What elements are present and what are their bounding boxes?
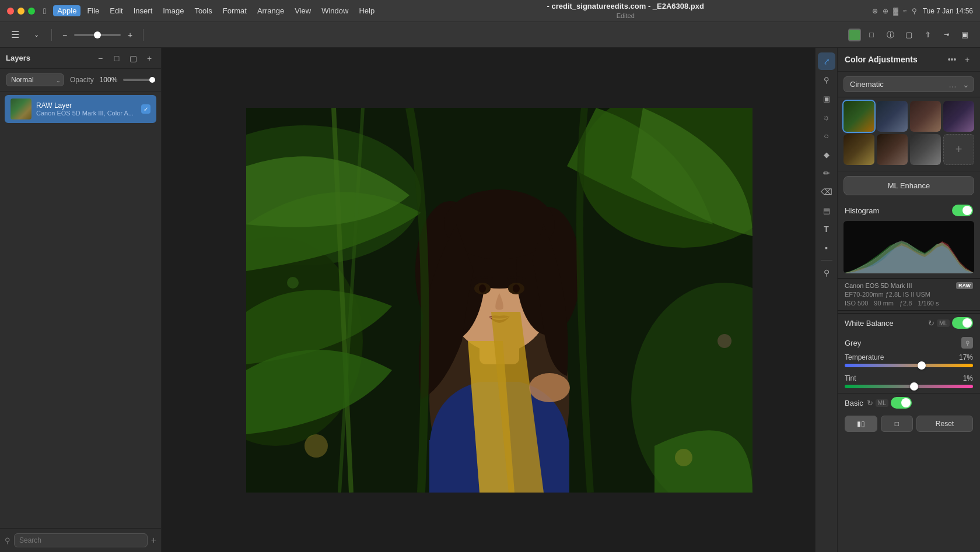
minimize-button[interactable] xyxy=(18,8,24,15)
close-button[interactable] xyxy=(7,8,14,15)
menu-help[interactable]: Help xyxy=(355,5,379,16)
toolbar: ☰ ⌄ − + □ ⓘ ▢ ⇧ ⇥ ▣ xyxy=(0,22,980,48)
tint-thumb xyxy=(910,382,918,391)
preset-thumb-1[interactable] xyxy=(844,101,874,132)
tool-text[interactable]: T xyxy=(818,220,835,238)
search-menu-icon[interactable]: ⚲ xyxy=(912,7,917,15)
export-button[interactable]: ⇥ xyxy=(938,27,954,43)
svg-point-17 xyxy=(529,373,570,402)
menu-window[interactable]: Window xyxy=(317,5,352,16)
grey-label: Grey xyxy=(845,339,861,347)
preset-5-img xyxy=(844,134,874,165)
preset-thumb-6[interactable] xyxy=(877,134,908,165)
menu-view[interactable]: View xyxy=(290,5,315,16)
preset-thumb-2[interactable] xyxy=(877,101,908,132)
tool-paint[interactable]: ✏ xyxy=(818,164,835,182)
color-adjustments-panel: Color Adjustments ••• + Cinematic … xyxy=(837,48,980,552)
svg-point-21 xyxy=(287,277,299,289)
blend-mode-select[interactable]: Normal xyxy=(6,73,64,86)
basic-toggle[interactable] xyxy=(891,397,912,409)
sidebar-toggle-button[interactable]: ☰ xyxy=(7,27,23,43)
layers-add-layer-icon[interactable]: □ xyxy=(111,52,123,64)
tool-zoom[interactable]: ⚲ xyxy=(818,71,835,89)
zoom-in-button[interactable]: + xyxy=(124,27,136,43)
menu-file[interactable]: File xyxy=(83,5,103,16)
histogram-area xyxy=(844,221,974,273)
layer-visibility-check[interactable]: ✓ xyxy=(141,104,150,114)
basic-reset-icon[interactable]: ↻ xyxy=(867,399,873,407)
preset-select[interactable]: Cinematic xyxy=(844,76,974,92)
canvas-area xyxy=(162,48,837,552)
maximize-button[interactable] xyxy=(28,8,35,15)
tint-slider[interactable] xyxy=(845,385,973,388)
zoom-slider[interactable] xyxy=(74,34,121,36)
camera-lens: EF70-200mm ƒ2.8L IS II USM xyxy=(845,291,973,298)
basic-single-view-button[interactable]: □ xyxy=(881,416,914,432)
share-button[interactable]: ⇧ xyxy=(919,27,936,43)
ca-ellipsis-icon[interactable]: ••• xyxy=(946,54,958,65)
layer-subtitle: Canon EOS 5D Mark III, Color A... xyxy=(36,110,136,117)
tool-adjust[interactable]: ☼ xyxy=(818,108,835,126)
zoom-out-button[interactable]: − xyxy=(59,27,71,43)
temperature-slider[interactable] xyxy=(845,364,973,367)
preset-7-img xyxy=(910,134,941,165)
info-button[interactable]: ⓘ xyxy=(882,27,898,43)
battery-icon: ▓ xyxy=(893,7,898,15)
histogram-title: Histogram xyxy=(845,206,879,215)
presets-grid: + xyxy=(838,97,980,171)
grey-picker-button[interactable]: ⚲ xyxy=(961,337,973,349)
photo-svg xyxy=(246,108,752,493)
menu-arrange[interactable]: Arrange xyxy=(253,5,288,16)
preset-add-button[interactable]: + xyxy=(943,134,974,165)
color-swatch[interactable] xyxy=(848,29,861,41)
white-balance-reset-icon[interactable]: ↻ xyxy=(928,319,935,328)
menu-image[interactable]: Image xyxy=(159,5,188,16)
tool-shape[interactable]: ▪ xyxy=(818,239,835,256)
tool-erase[interactable]: ⌫ xyxy=(818,183,835,201)
tool-clone[interactable]: ◆ xyxy=(818,146,835,163)
layers-search-input[interactable] xyxy=(14,533,148,547)
sidebar-toggle-arrow[interactable]: ⌄ xyxy=(28,27,44,43)
white-balance-toggle[interactable] xyxy=(952,317,973,329)
layers-plus-icon[interactable]: + xyxy=(144,52,155,64)
ml-enhance-button[interactable]: ML Enhance xyxy=(844,176,974,195)
panel-header-icons: − □ ▢ + xyxy=(94,52,155,64)
layer-item-raw[interactable]: RAW Layer Canon EOS 5D Mark III, Color A… xyxy=(5,95,156,123)
layers-add-search-icon[interactable]: + xyxy=(151,535,156,546)
layers-group-icon[interactable]: ▢ xyxy=(127,52,139,64)
preset-thumb-4[interactable] xyxy=(943,101,974,132)
histogram-toggle[interactable] xyxy=(952,205,973,216)
basic-reset-button[interactable]: Reset xyxy=(916,416,973,432)
opacity-slider[interactable] xyxy=(123,79,155,81)
menu-insert[interactable]: Insert xyxy=(130,5,157,16)
tools-separator xyxy=(821,260,832,261)
basic-split-view-button[interactable]: ▮▯ xyxy=(845,416,877,432)
filename-label: - credit_signatureedits.com - _E2A6308.p… xyxy=(547,2,704,12)
tint-value: 1% xyxy=(963,374,973,382)
ca-add-icon[interactable]: + xyxy=(961,54,973,65)
menu-app[interactable]: Apple xyxy=(53,5,80,16)
tool-gradient[interactable]: ▤ xyxy=(818,202,835,219)
tool-color-picker[interactable]: ⚲ xyxy=(818,264,835,282)
menu-edit[interactable]: Edit xyxy=(106,5,127,16)
network-icon: ⊕ xyxy=(883,7,888,15)
preset-thumb-5[interactable] xyxy=(844,134,874,165)
toolbar-separator-2 xyxy=(143,29,144,41)
basic-buttons: ▮▯ □ Reset xyxy=(838,412,980,438)
tool-cursor[interactable]: ⤤ xyxy=(818,52,835,70)
toolbar-right-icons: □ ⓘ ▢ ⇧ ⇥ ▣ xyxy=(848,27,973,43)
camera-iso: ISO 500 xyxy=(845,300,868,307)
menu-format[interactable]: Format xyxy=(219,5,251,16)
tool-crop[interactable]: ▣ xyxy=(818,90,835,107)
svg-point-18 xyxy=(304,434,328,458)
camera-info: Canon EOS 5D Mark III RAW EF70-200mm ƒ2.… xyxy=(838,278,980,311)
tint-label: Tint xyxy=(845,374,856,382)
preset-thumb-7[interactable] xyxy=(910,134,941,165)
expand-button[interactable]: ▣ xyxy=(957,27,973,43)
preset-thumb-3[interactable] xyxy=(910,101,941,132)
color-picker-button[interactable]: □ xyxy=(863,27,880,43)
tool-retouch[interactable]: ○ xyxy=(818,127,835,145)
crop-button[interactable]: ▢ xyxy=(901,27,917,43)
layers-minus-icon[interactable]: − xyxy=(94,52,106,64)
menu-tools[interactable]: Tools xyxy=(190,5,216,16)
